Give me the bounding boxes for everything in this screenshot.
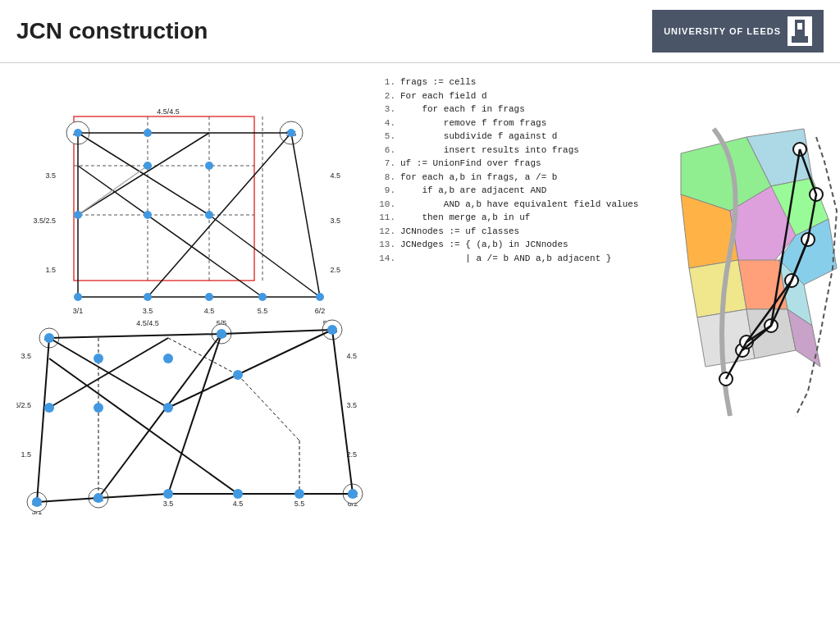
svg-text:3.5: 3.5 — [163, 500, 174, 508]
svg-point-43 — [74, 293, 82, 301]
svg-line-88 — [98, 334, 221, 498]
code-line: 2.For each field d — [377, 89, 656, 103]
line-text: if a,b are adjacent AND — [400, 184, 546, 198]
logo-text: UNIVERSITY OF LEEDS — [664, 26, 781, 36]
svg-line-76 — [49, 334, 221, 338]
line-text: for each f in frags — [400, 103, 525, 116]
code-line: 3. for each f in frags — [377, 103, 656, 116]
header: JCN construction UNIVERSITY OF LEEDS — [0, 0, 840, 63]
svg-text:2.5: 2.5 — [330, 266, 340, 274]
svg-text:3.5/2.5: 3.5/2.5 — [33, 217, 56, 225]
logo-icon — [788, 16, 812, 46]
svg-line-90 — [168, 334, 221, 494]
svg-point-47 — [316, 293, 324, 301]
svg-marker-120 — [746, 309, 796, 358]
code-line: 9. if a,b are adjacent AND — [377, 184, 656, 198]
line-number: 14. — [377, 252, 395, 266]
svg-line-91 — [168, 338, 238, 375]
svg-text:4.5: 4.5 — [233, 500, 244, 508]
svg-marker-116 — [689, 260, 746, 317]
svg-line-77 — [221, 330, 332, 334]
line-number: 1. — [377, 75, 395, 89]
code-line: 13.JCNedges := { (a,b) in JCNnodes — [377, 238, 656, 252]
line-text: for each a,b in frags, a /= b — [400, 171, 557, 185]
svg-text:4.5/4.5: 4.5/4.5 — [157, 107, 180, 116]
line-text: subdivide f against d — [400, 130, 557, 144]
svg-line-92 — [238, 375, 299, 441]
svg-point-105 — [163, 354, 173, 363]
line-number: 7. — [377, 157, 395, 171]
code-line: 5. subdivide f against d — [377, 130, 656, 144]
svg-text:3.5: 3.5 — [21, 352, 31, 360]
line-text: AND a,b have equivalent field values — [400, 198, 638, 212]
line-number: 11. — [377, 211, 395, 225]
svg-point-104 — [94, 354, 103, 363]
svg-line-80 — [98, 494, 168, 498]
bottom-diagram: 4/4 4.5/4.5 5/5 5/5 3.5 3.5/2.5 1.5 4.5 … — [16, 309, 369, 564]
svg-text:3.5: 3.5 — [346, 401, 357, 409]
code-line: 8.for each a,b in frags, a /= b — [377, 171, 656, 185]
svg-rect-2 — [792, 36, 808, 43]
line-number: 10. — [377, 198, 395, 212]
code-line: 10. AND a,b have equivalent field values — [377, 198, 656, 212]
svg-rect-1 — [797, 23, 802, 30]
page-title: JCN construction — [16, 18, 652, 44]
line-text: JCNnodes := uf classes — [400, 225, 519, 239]
svg-point-36 — [287, 129, 295, 137]
svg-point-44 — [144, 293, 152, 301]
code-line: 6. insert results into frags — [377, 144, 656, 158]
code-line: 14. | a /= b AND a,b adjacent } — [377, 252, 656, 266]
svg-line-30 — [209, 215, 320, 297]
svg-text:3.5: 3.5 — [45, 171, 56, 180]
svg-text:5.5: 5.5 — [294, 500, 305, 508]
line-number: 3. — [377, 103, 395, 116]
svg-point-35 — [74, 129, 82, 137]
svg-point-40 — [74, 211, 82, 219]
svg-point-42 — [205, 211, 213, 219]
code-line: 12.JCNnodes := uf classes — [377, 225, 656, 239]
svg-line-28 — [291, 133, 320, 297]
svg-line-86 — [168, 330, 332, 408]
line-number: 2. — [377, 89, 395, 103]
svg-point-106 — [94, 403, 103, 413]
svg-point-108 — [44, 403, 54, 413]
line-number: 8. — [377, 171, 395, 185]
code-panel: 1.frags := cells2.For each field d3. for… — [377, 71, 656, 628]
line-text: frags := cells — [400, 75, 476, 89]
code-line: 4. remove f from frags — [377, 116, 656, 130]
line-text: then merge a,b in uf — [400, 211, 530, 225]
diagrams-panel: 4/4 4.5/4.5 5/5 3.5 3.5/2.5 1.5 4.5 3.5 … — [16, 71, 369, 628]
svg-point-103 — [348, 489, 358, 499]
svg-point-99 — [94, 493, 103, 503]
svg-text:4.5: 4.5 — [346, 352, 357, 360]
svg-point-101 — [233, 489, 243, 499]
line-number: 6. — [377, 144, 395, 158]
svg-line-33 — [78, 166, 262, 297]
svg-point-107 — [163, 403, 173, 413]
line-text: remove f from frags — [400, 116, 546, 130]
svg-point-46 — [258, 293, 267, 301]
svg-point-102 — [294, 489, 304, 499]
svg-point-109 — [233, 370, 243, 380]
svg-line-78 — [37, 338, 49, 502]
svg-text:1.5: 1.5 — [21, 450, 31, 459]
svg-text:3.5: 3.5 — [330, 217, 340, 225]
line-number: 12. — [377, 225, 395, 239]
line-text: insert results into frags — [400, 144, 579, 158]
line-text: | a /= b AND a,b adjacent } — [400, 252, 611, 266]
top-diagram: 4/4 4.5/4.5 5/5 3.5 3.5/2.5 1.5 4.5 3.5 … — [16, 71, 361, 326]
svg-point-98 — [32, 497, 42, 507]
line-text: JCNedges := { (a,b) in JCNnodes — [400, 238, 568, 252]
svg-point-37 — [144, 129, 152, 137]
svg-text:1.5: 1.5 — [45, 266, 56, 274]
line-number: 9. — [377, 184, 395, 198]
svg-point-39 — [144, 162, 152, 170]
svg-point-95 — [44, 333, 54, 343]
line-text: uf := UnionFind over frags — [400, 157, 541, 171]
main-content: 4/4 4.5/4.5 5/5 3.5 3.5/2.5 1.5 4.5 3.5 … — [0, 63, 840, 630]
code-line: 1.frags := cells — [377, 75, 656, 89]
svg-point-41 — [144, 211, 152, 219]
svg-point-100 — [163, 489, 173, 499]
code-line: 7.uf := UnionFind over frags — [377, 157, 656, 171]
svg-point-38 — [205, 162, 213, 170]
